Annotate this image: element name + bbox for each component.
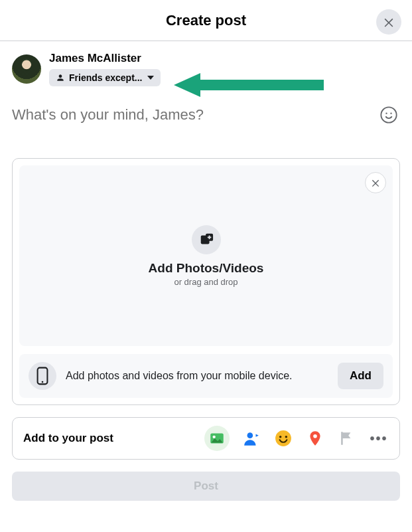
phone-icon [29, 362, 56, 390]
close-button[interactable] [376, 9, 401, 35]
svg-point-1 [381, 107, 396, 122]
close-icon [382, 15, 395, 29]
flag-icon [338, 430, 356, 447]
more-dots-icon: ••• [370, 431, 387, 446]
user-row: James McAllister Friends except... [12, 52, 400, 86]
svg-rect-7 [207, 236, 211, 238]
tag-people-button[interactable] [241, 428, 261, 448]
dialog-title: Create post [166, 12, 246, 29]
user-name: James McAllister [49, 52, 161, 65]
post-button[interactable]: Post [12, 472, 400, 501]
feeling-emoji-icon [275, 430, 292, 447]
svg-point-15 [285, 436, 287, 438]
dropzone-title: Add Photos/Videos [149, 261, 264, 276]
more-options-button[interactable]: ••• [369, 428, 389, 448]
svg-point-2 [385, 113, 387, 114]
chevron-down-icon [147, 76, 154, 80]
svg-point-9 [42, 381, 44, 383]
audience-selector[interactable]: Friends except... [49, 69, 161, 86]
mobile-add-button[interactable]: Add [338, 363, 383, 389]
svg-point-14 [279, 436, 281, 438]
life-event-button[interactable] [337, 428, 357, 448]
feeling-activity-button[interactable] [273, 428, 293, 448]
dropzone-subtitle: or drag and drop [174, 277, 238, 287]
attach-icons: ••• [204, 426, 389, 451]
svg-point-11 [213, 436, 216, 438]
tag-person-icon [243, 430, 260, 447]
smile-icon [379, 106, 398, 124]
media-card: Add Photos/Videos or drag and drop Add p… [12, 158, 400, 405]
close-icon [370, 177, 381, 188]
svg-point-12 [247, 432, 253, 438]
dropzone-close-button[interactable] [365, 172, 386, 193]
add-to-post-label: Add to your post [23, 432, 113, 445]
composer-body: James McAllister Friends except... [0, 41, 412, 405]
mobile-upload-text: Add photos and videos from your mobile d… [66, 370, 328, 382]
people-silhouette-icon [56, 73, 65, 82]
mobile-upload-row: Add photos and videos from your mobile d… [19, 354, 393, 398]
emoji-picker-button[interactable] [378, 104, 400, 126]
audience-label: Friends except... [69, 72, 142, 83]
avatar[interactable] [12, 54, 41, 84]
location-pin-icon [307, 430, 324, 447]
check-in-button[interactable] [305, 428, 325, 448]
user-column: James McAllister Friends except... [49, 52, 161, 86]
photo-plus-icon [192, 225, 221, 254]
svg-point-13 [275, 430, 291, 446]
svg-point-16 [313, 434, 317, 438]
composer-input-row [12, 104, 400, 126]
photo-icon [208, 430, 226, 447]
dialog-header: Create post [0, 0, 412, 41]
svg-point-3 [390, 113, 391, 114]
composer-input[interactable] [12, 106, 378, 124]
media-dropzone[interactable]: Add Photos/Videos or drag and drop [19, 165, 393, 346]
photo-video-button[interactable] [204, 426, 230, 451]
add-to-post-row: Add to your post ••• [12, 417, 400, 460]
